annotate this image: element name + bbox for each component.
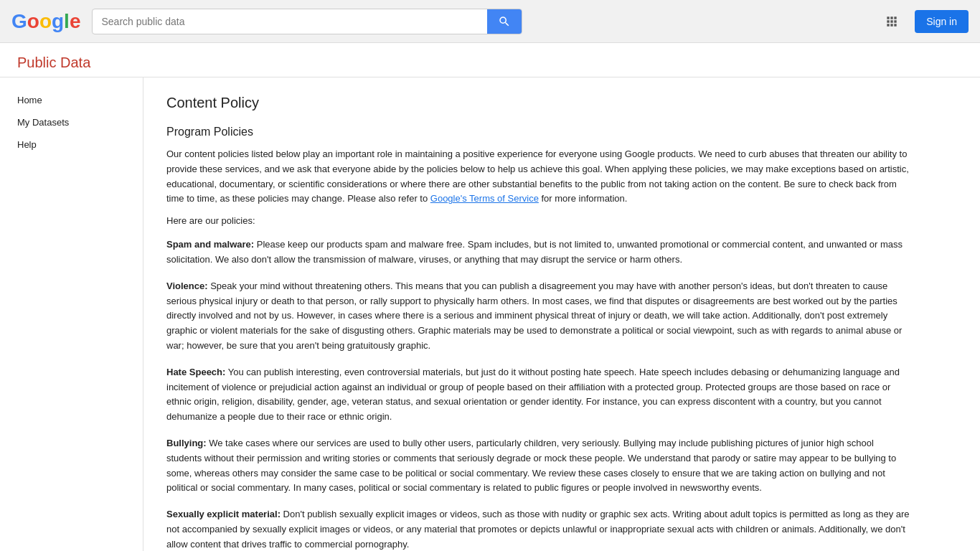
- policy-body: You can publish interesting, even contro…: [166, 367, 900, 422]
- policy-block: Spam and malware: Please keep our produc…: [166, 237, 910, 268]
- policies-list: Spam and malware: Please keep our produc…: [166, 237, 910, 551]
- policy-term: Bullying:: [166, 438, 207, 448]
- header: Google Sign in: [0, 0, 980, 43]
- grid-icon: [885, 14, 899, 29]
- logo-letter-o2: o: [39, 10, 52, 33]
- logo-letter-g2: g: [52, 10, 64, 33]
- policy-term: Spam and malware:: [166, 239, 254, 250]
- logo-letter-o1: o: [27, 10, 39, 33]
- sidebar-item-help[interactable]: Help: [0, 133, 143, 156]
- policy-term: Sexually explicit material:: [166, 509, 281, 519]
- policy-term: Violence:: [166, 281, 208, 291]
- content-area: Content Policy Program Policies Our cont…: [143, 77, 933, 551]
- search-bar: [92, 9, 522, 34]
- intro-paragraph: Our content policies listed below play a…: [166, 147, 910, 207]
- sidebar-item-my-datasets[interactable]: My Datasets: [0, 111, 143, 133]
- page-title: Content Policy: [166, 95, 910, 111]
- sign-in-button[interactable]: Sign in: [915, 10, 969, 33]
- search-icon: [498, 15, 511, 28]
- logo-letter-g: G: [11, 10, 27, 33]
- logo-letter-e: e: [70, 10, 81, 33]
- apps-icon[interactable]: [877, 7, 906, 36]
- search-input[interactable]: [93, 9, 487, 34]
- google-logo[interactable]: Google: [11, 10, 80, 33]
- policy-block: Violence: Speak your mind without threat…: [166, 279, 910, 354]
- intro-text-after-link: for more information.: [539, 193, 628, 204]
- policies-intro-text: Here are our policies:: [166, 215, 910, 226]
- policy-block: Bullying: We take cases where our servic…: [166, 436, 910, 496]
- main-layout: HomeMy DatasetsHelp Content Policy Progr…: [0, 77, 980, 551]
- terms-of-service-link[interactable]: Google's Terms of Service: [430, 193, 539, 204]
- policy-block: Hate Speech: You can publish interesting…: [166, 365, 910, 425]
- logo-letter-l: l: [64, 10, 70, 33]
- search-button[interactable]: [487, 9, 522, 34]
- sidebar-item-home[interactable]: Home: [0, 89, 143, 111]
- header-right: Sign in: [877, 7, 969, 36]
- policy-body: Please keep our products spam and malwar…: [166, 239, 903, 265]
- policy-term: Hate Speech:: [166, 367, 225, 377]
- section-title-program-policies: Program Policies: [166, 126, 910, 138]
- policy-block: Sexually explicit material: Don't publis…: [166, 507, 910, 551]
- brand-link[interactable]: Public Data: [17, 55, 90, 70]
- policy-body: We take cases where our services are use…: [166, 438, 896, 493]
- sidebar: HomeMy DatasetsHelp: [0, 77, 143, 551]
- policy-body: Speak your mind without threatening othe…: [166, 281, 902, 351]
- sub-header: Public Data: [0, 43, 980, 77]
